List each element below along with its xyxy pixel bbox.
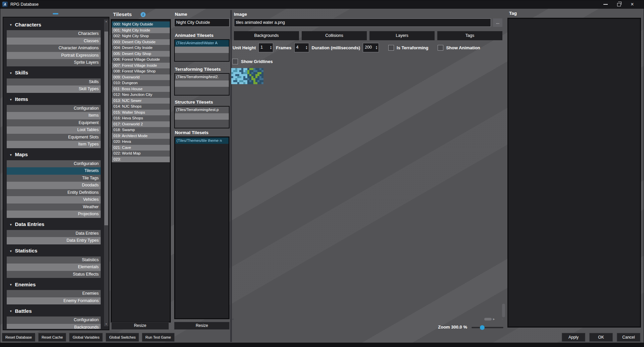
tileset-list-item[interactable]: 023: <box>112 157 170 163</box>
zoom-slider-track[interactable] <box>472 327 503 328</box>
column-splitter[interactable] <box>230 10 232 342</box>
tileset-list-item[interactable]: 000: Night City Outside <box>112 21 170 27</box>
section-header[interactable]: ▾Skills <box>7 69 101 76</box>
tilesets-resize-button[interactable]: Resize <box>111 322 169 330</box>
tileset-list-item[interactable]: 014: NJC Shops <box>112 104 170 110</box>
tileset-list-item[interactable]: 012: Neo Junction City <box>112 92 170 98</box>
dialog-button[interactable]: Cancel <box>617 333 640 342</box>
animated-tilesets-list[interactable]: (Tiles\Animated\Water A <box>174 39 230 62</box>
sidebar-item[interactable]: Enemy Formations <box>7 297 101 305</box>
sidebar-item[interactable]: Entity Definitions <box>7 189 101 196</box>
frames-stepper[interactable]: 4 ▲▼ <box>294 43 309 52</box>
sidebar-item[interactable]: Tile Tags <box>7 175 101 182</box>
tileset-list-item[interactable]: 019: Architect Mode <box>112 133 170 139</box>
sidebar-item[interactable]: Character Animations <box>7 45 101 52</box>
section-header[interactable]: ▾Maps <box>7 151 101 158</box>
duration-value[interactable]: 200 <box>363 43 375 52</box>
normal-tilesets-list[interactable]: (Tiles/Themes/tile theme n <box>174 136 230 319</box>
stepper-down-icon[interactable]: ▼ <box>270 48 272 50</box>
tileset-list-item[interactable]: 021: Cave <box>112 145 170 151</box>
tileset-list-item[interactable]: 008: Forest Village Shop <box>112 68 170 74</box>
sidebar-item[interactable]: Skills <box>7 78 101 86</box>
section-header[interactable]: ▾Battles <box>7 307 101 314</box>
tileset-list-item[interactable]: 022: World Map <box>112 151 170 157</box>
scroll-up-icon[interactable]: ▴ <box>104 19 108 23</box>
stepper-arrows[interactable]: ▲▼ <box>375 43 379 52</box>
hscroll-edge-icon[interactable]: ▸ <box>502 316 504 321</box>
zoom-slider-thumb[interactable] <box>480 325 485 330</box>
section-header[interactable]: ▾Items <box>7 96 101 103</box>
normal-tileset-item[interactable]: (Tiles/Themes/tile theme n <box>175 137 229 144</box>
sidebar-scrollbar[interactable]: ▴ ▾ <box>104 19 108 326</box>
sidebar-item[interactable]: Data Entry Types <box>7 237 101 244</box>
info-icon[interactable]: i <box>141 12 146 17</box>
sidebar-item[interactable]: Loot Tables <box>7 126 101 134</box>
close-button[interactable]: × <box>626 0 638 9</box>
tileset-list-item[interactable]: 002: Night City Shop <box>112 33 170 39</box>
tab[interactable]: Layers <box>369 31 435 40</box>
tileset-list-item[interactable]: 007: Forest Village Inside <box>112 63 170 69</box>
sidebar-item[interactable]: Item Types <box>7 141 101 148</box>
hscroll-right-icon[interactable]: ▸ <box>493 316 495 321</box>
sidebar-item[interactable]: Enemies <box>7 290 101 297</box>
terraforming-tileset-item[interactable]: (Tiles/Terraforming/test2. <box>175 74 229 80</box>
footer-button[interactable]: Global Switches <box>106 333 139 342</box>
sidebar-item[interactable]: Configuration <box>7 105 101 112</box>
sidebar-item[interactable]: Skill Types <box>7 85 101 93</box>
unit-height-value[interactable]: 1 <box>259 43 269 52</box>
structure-tileset-item[interactable]: (Tiles/Terraforming/test.p <box>175 107 229 113</box>
section-header[interactable]: ▾Data Entries <box>7 221 101 228</box>
footer-button[interactable]: Run Test Game <box>142 333 174 342</box>
sidebar-item[interactable]: Statistics <box>7 256 101 264</box>
footer-button[interactable]: Reset Database <box>2 333 35 342</box>
sidebar-item[interactable]: Projections <box>7 211 101 218</box>
vscroll-thumb[interactable] <box>502 304 505 317</box>
tab[interactable]: Tags <box>437 31 502 40</box>
sidebar-item[interactable]: Configuration <box>7 160 101 168</box>
sidebar-item[interactable]: Configuration <box>7 316 101 324</box>
stepper-down-icon[interactable]: ▼ <box>305 48 307 50</box>
restore-button[interactable] <box>613 0 625 9</box>
frames-value[interactable]: 4 <box>295 43 305 52</box>
tileset-preview[interactable] <box>231 68 263 84</box>
tileset-list-item[interactable]: 020: Heva <box>112 139 170 145</box>
tilesets-list[interactable]: 000: Night City Outside001: Night City I… <box>111 19 171 323</box>
sidebar-item[interactable]: Items <box>7 112 101 119</box>
hscroll-thumb[interactable] <box>484 318 492 321</box>
image-input[interactable]: tiles animated water a.png <box>234 18 491 27</box>
dialog-button[interactable]: OK <box>589 333 613 342</box>
splitter-grip[interactable] <box>53 13 58 14</box>
hscroll-left-icon[interactable]: ◂ <box>232 316 234 321</box>
tileset-list-item[interactable]: 001: Night City Inside <box>112 27 170 34</box>
tileset-list-item[interactable]: 005: Desert City Shop <box>112 51 170 57</box>
duration-stepper[interactable]: 200 ▲▼ <box>363 43 379 52</box>
sidebar-item[interactable]: Equipment Slots <box>7 134 101 141</box>
tileset-list-item[interactable]: 015: Walter Shops <box>112 110 170 116</box>
dialog-button[interactable]: Apply <box>562 333 585 342</box>
sidebar-item[interactable]: Data Entries <box>7 230 101 237</box>
browse-button[interactable]: ... <box>493 18 502 27</box>
detail-resize-button[interactable]: Resize <box>174 322 230 330</box>
show-animation-checkbox[interactable] <box>438 45 443 51</box>
footer-button[interactable]: Global Variables <box>69 333 103 342</box>
tileset-list-item[interactable]: 003: Desert City Outside <box>112 39 170 45</box>
tileset-list-item[interactable]: 006: Forest Village Outside <box>112 57 170 63</box>
scrollbar-thumb[interactable] <box>104 32 108 225</box>
is-terraforming-checkbox[interactable] <box>388 45 394 51</box>
tileset-list-item[interactable]: 009: Overworld <box>112 74 170 80</box>
sidebar-item[interactable]: Doodads <box>7 182 101 189</box>
section-header[interactable]: ▾Statistics <box>7 247 101 254</box>
sidebar-item[interactable]: Weather <box>7 204 101 211</box>
tab[interactable]: Backgrounds <box>234 31 299 40</box>
stepper-down-icon[interactable]: ▼ <box>376 48 378 50</box>
minimize-button[interactable] <box>599 0 611 9</box>
sidebar-item[interactable]: Characters <box>7 30 101 38</box>
section-header[interactable]: ▾Characters <box>7 21 101 28</box>
tileset-list-item[interactable]: 011: Boss House <box>112 86 170 92</box>
tileset-list-item[interactable]: 013: NJC Sewer <box>112 98 170 104</box>
tileset-list-item[interactable]: 010: Dungeon <box>112 80 170 86</box>
sidebar-item[interactable]: Tilesets <box>7 167 101 175</box>
scroll-down-icon[interactable]: ▾ <box>104 322 108 326</box>
show-gridlines-checkbox[interactable] <box>232 59 238 64</box>
section-header[interactable]: ▾Enemies <box>7 281 101 288</box>
